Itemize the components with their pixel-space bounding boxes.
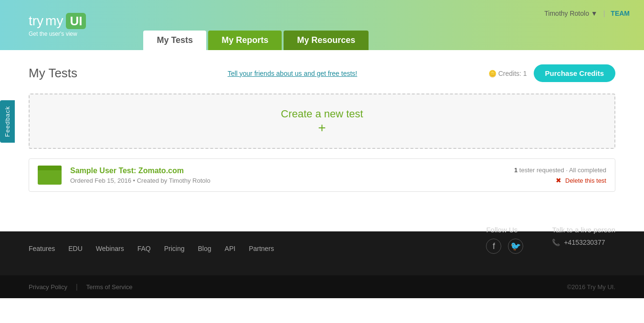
user-name[interactable]: Timothy Rotolo ▼ [544,10,597,17]
credits-area: 🪙 Credits: 1 Purchase Credits [488,64,615,82]
logo-ui: UI [66,13,86,29]
footer-right: Follow Us f 🐦 Talk to a live person 📞 +4… [486,226,615,254]
logo-my: my [45,13,63,29]
footer-link-faq[interactable]: FAQ [137,245,151,252]
create-test-label: Create a new test [43,108,601,120]
follow-us: Follow Us f 🐦 [486,226,523,254]
footer-link-webinars[interactable]: Webinars [96,245,124,252]
footer-bottom-separator: | [76,283,78,291]
header: try my UI Get the user's view My Tests M… [0,0,644,50]
test-item: Sample User Test: Zomato.com Ordered Feb… [29,158,615,192]
copyright: ©2016 Try My UI. [567,283,615,291]
credits-icon: 🪙 [488,70,496,77]
credits-label: 🪙 Credits: 1 [488,70,527,77]
test-thumbnail [38,166,62,185]
logo-area: try my UI Get the user's view [0,0,86,50]
twitter-icon[interactable]: 🐦 [508,239,523,254]
footer-main: Follow Us f 🐦 Talk to a live person 📞 +4… [0,231,644,275]
team-link[interactable]: TEAM [611,10,630,17]
test-right-info: 1 tester requested · All completed ✖ Del… [514,167,606,184]
logo: try my UI Get the user's view [29,13,86,37]
social-icons: f 🐦 [486,239,523,254]
footer-bottom: Privacy Policy | Terms of Service ©2016 … [0,275,644,298]
user-separator: | [603,10,605,17]
footer-link-blog[interactable]: Blog [198,245,211,252]
logo-try: try [29,13,43,29]
feedback-tab[interactable]: Feedback [0,100,15,143]
footer-link-pricing[interactable]: Pricing [164,245,185,252]
footer-link-edu[interactable]: EDU [68,245,83,252]
create-test-plus-icon: + [43,121,601,135]
purchase-credits-button[interactable]: Purchase Credits [534,64,615,82]
terms-of-service-link[interactable]: Terms of Service [86,283,133,291]
privacy-policy-link[interactable]: Privacy Policy [29,283,67,291]
test-status: 1 tester requested · All completed [514,167,606,174]
delete-test-link[interactable]: Delete this test [565,177,606,184]
talk-to-us: Talk to a live person 📞 +4153230377 [552,226,615,254]
footer-link-api[interactable]: API [225,245,236,252]
footer-bottom-links: Privacy Policy | Terms of Service [29,283,132,291]
promo-link[interactable]: Tell your friends about us and get free … [96,70,488,77]
user-area: Timothy Rotolo ▼ | TEAM [544,10,630,17]
phone-number: 📞 +4153230377 [552,239,615,246]
delete-icon: ✖ [556,177,561,184]
logo-ui-box: UI [66,14,86,28]
delete-test-row: ✖ Delete this test [514,177,606,184]
nav-tabs: My Tests My Reports My Resources [143,31,369,50]
footer-link-partners[interactable]: Partners [249,245,274,252]
footer-links: Features EDU Webinars FAQ Pricing Blog A… [29,245,486,252]
test-meta: Ordered Feb 15, 2016 • Created by Timoth… [70,177,506,184]
test-name-link[interactable]: Sample User Test: Zomato.com [70,167,184,175]
test-info: Sample User Test: Zomato.com Ordered Feb… [70,167,506,184]
tab-my-reports[interactable]: My Reports [208,31,282,50]
tab-my-tests[interactable]: My Tests [143,31,206,50]
tab-my-resources[interactable]: My Resources [284,31,369,50]
phone-icon: 📞 [552,239,560,246]
main-content: My Tests Tell your friends about us and … [0,50,644,231]
page-header: My Tests Tell your friends about us and … [29,64,615,82]
footer-link-features[interactable]: Features [29,245,55,252]
talk-to-us-heading: Talk to a live person [552,226,615,234]
follow-us-heading: Follow Us [486,226,523,234]
facebook-icon[interactable]: f [486,239,501,254]
page-title: My Tests [29,66,77,81]
create-test-box[interactable]: Create a new test + [29,94,615,149]
logo-tagline: Get the user's view [29,31,86,37]
